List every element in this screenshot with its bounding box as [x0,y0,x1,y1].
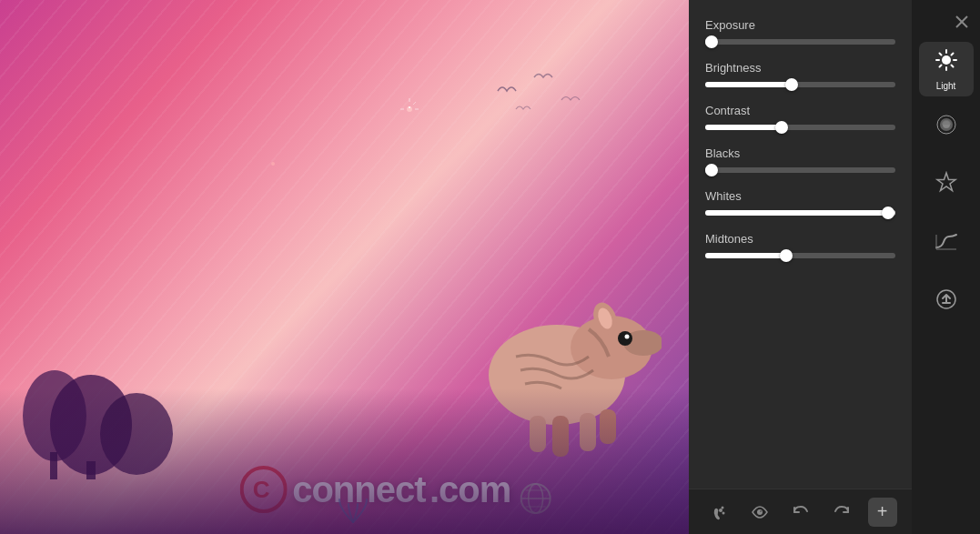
svg-rect-20 [552,416,569,457]
redo-button[interactable] [827,498,856,527]
svg-point-26 [529,484,543,513]
bottom-toolbar: + [689,489,912,534]
whites-label: Whites [705,189,895,203]
svg-rect-21 [580,413,596,451]
contrast-label: Contrast [705,104,895,117]
sidebar-item-effects[interactable] [919,158,974,213]
svg-point-32 [721,506,723,509]
sidebar-item-curves[interactable] [919,217,974,271]
eye-icon [752,506,768,519]
watermark: C connect .com [292,469,553,516]
footprint-icon [711,504,727,520]
whites-row: Whites [705,189,895,216]
svg-point-31 [722,511,724,514]
right-sidebar: Light [912,0,980,534]
svg-line-42 [939,53,941,55]
svg-point-30 [719,509,722,512]
svg-point-16 [625,335,630,339]
add-button[interactable]: + [868,498,897,527]
light-label: Light [936,81,956,91]
svg-line-45 [939,65,941,66]
undo-icon [793,505,809,519]
midtones-label: Midtones [705,232,895,246]
contrast-row: Contrast [705,104,895,130]
blacks-slider[interactable] [705,167,895,173]
svg-point-25 [521,484,551,513]
sidebar-item-export[interactable] [919,275,974,329]
redo-icon [834,505,850,519]
close-icon [955,15,968,28]
brightness-row: Brightness [705,61,895,87]
sidebar-item-light[interactable]: Light [919,42,974,96]
svg-line-10 [413,102,416,105]
svg-point-2 [100,393,173,475]
animal-illustration [452,257,662,466]
svg-line-43 [951,65,953,66]
svg-point-34 [760,510,762,512]
blacks-row: Blacks [705,146,895,173]
midtones-row: Midtones [705,232,895,258]
svg-rect-19 [530,416,546,452]
svg-marker-49 [937,173,955,191]
footprint-button[interactable] [704,498,733,527]
whites-slider[interactable] [705,210,895,216]
close-button[interactable] [949,9,975,35]
svg-text:C: C [252,476,269,503]
export-icon [935,287,958,317]
sun-icon [935,48,958,77]
svg-rect-4 [86,461,96,479]
svg-point-15 [618,331,632,346]
plus-icon: + [877,501,888,522]
svg-point-11 [271,162,275,166]
contrast-slider[interactable] [705,125,895,130]
adjustments-panel: Exposure Brightness Contrast Blacks [689,0,912,534]
watermark-domain: .com [429,469,510,509]
svg-rect-3 [50,452,57,479]
blacks-label: Blacks [705,146,895,160]
svg-point-6 [409,106,410,108]
brightness-slider[interactable] [705,82,895,87]
signal-icon [330,490,376,527]
eye-button[interactable] [745,498,774,527]
image-canvas: C connect .com [0,0,689,534]
midtones-slider[interactable] [705,253,895,258]
sidebar-item-color[interactable] [919,100,974,155]
svg-point-23 [241,468,285,511]
star-icon [935,171,958,200]
exposure-slider[interactable] [705,39,895,45]
exposure-label: Exposure [705,18,895,32]
watermark-text: connect [292,469,425,509]
undo-button[interactable] [786,498,815,527]
brightness-label: Brightness [705,61,895,75]
exposure-row: Exposure [705,18,895,45]
svg-line-44 [951,53,953,55]
curves-icon [935,231,958,257]
svg-rect-22 [600,409,616,444]
color-icon [935,113,958,142]
svg-point-1 [50,375,132,475]
svg-point-33 [757,509,763,515]
svg-point-37 [942,55,951,65]
